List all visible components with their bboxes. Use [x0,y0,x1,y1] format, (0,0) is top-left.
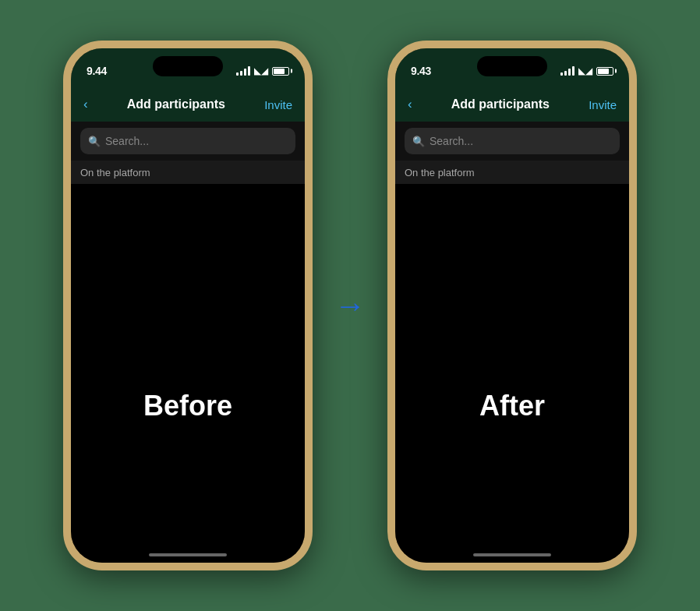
dynamic-island-after [477,56,547,76]
after-label: After [479,390,545,422]
section-header-text-before: On the platform [80,167,150,178]
section-header-text-after: On the platform [405,167,475,178]
battery-icon [272,67,289,76]
back-button-before[interactable]: ‹ [83,97,88,112]
search-container-before: 🔍 Search... [71,122,305,161]
wifi-icon-after: ◣◢ [578,65,592,76]
status-time-before: 9.44 [87,65,107,77]
volume-down-button [63,161,64,186]
scene: 9.44 ◣◢ ‹ Add participants Invite [0,0,700,611]
invite-button-after[interactable]: Invite [589,98,617,111]
status-icons-after: ◣◢ [560,65,613,76]
silent-button [63,103,64,122]
search-container-after: 🔍 Search... [395,122,629,161]
section-header-after: On the platform [395,161,629,184]
phone-after: 9.43 ◣◢ ‹ Add participants Invite [387,41,637,570]
signal-icon-after [560,66,574,76]
nav-title-after: Add participants [451,97,550,111]
silent-button-after [387,103,388,122]
search-placeholder-before: Search... [105,135,149,147]
status-time-after: 9.43 [411,65,431,77]
content-after: 🔍 Search... On the platform [395,122,629,563]
volume-up-button [63,126,64,151]
transition-arrow: → [334,288,366,323]
search-bar-after[interactable]: 🔍 Search... [405,128,620,154]
arrow-container: → [334,288,366,323]
section-header-before: On the platform [71,161,305,184]
volume-up-button-after [387,126,388,151]
home-indicator-after [473,553,551,556]
wifi-icon: ◣◢ [254,65,268,76]
label-overlay-before: Before [71,390,305,422]
search-icon-before: 🔍 [88,136,101,147]
power-button [312,134,313,181]
phone-before: 9.44 ◣◢ ‹ Add participants Invite [63,41,313,570]
signal-icon [236,66,250,76]
power-button-after [636,134,637,181]
search-icon-after-glyph: 🔍 [412,136,425,147]
content-before: 🔍 Search... On the platform [71,122,305,563]
nav-title-before: Add participants [127,97,225,111]
battery-icon-after [596,67,613,76]
invite-button-before[interactable]: Invite [264,98,292,111]
search-placeholder-after: Search... [430,135,473,147]
status-icons-before: ◣◢ [236,65,289,76]
search-bar-before[interactable]: 🔍 Search... [80,128,295,154]
back-button-after[interactable]: ‹ [408,97,412,112]
volume-down-button-after [387,161,388,186]
dynamic-island [153,56,223,76]
nav-bar-after: ‹ Add participants Invite [395,87,629,122]
home-indicator-before [149,553,227,556]
before-label: Before [143,390,232,422]
nav-bar-before: ‹ Add participants Invite [71,87,305,122]
label-overlay-after: After [395,390,629,422]
